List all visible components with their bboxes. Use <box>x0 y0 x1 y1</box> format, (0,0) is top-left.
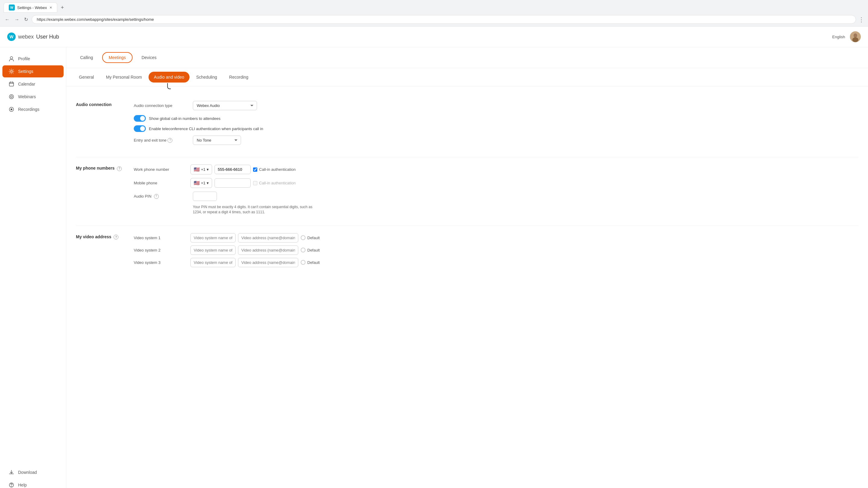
phone-numbers-title: My phone numbers ? <box>76 164 124 218</box>
sidebar-label-calendar: Calendar <box>18 82 35 87</box>
forward-button[interactable]: → <box>13 16 21 24</box>
audio-connection-type-row: Audio connection type Webex Audio Other … <box>134 101 858 110</box>
audio-connection-section: Audio connection Audio connection type W… <box>76 94 858 157</box>
radio-dot-2 <box>301 248 306 252</box>
audio-connection-title: Audio connection <box>76 101 124 150</box>
tab-close-button[interactable]: ✕ <box>50 6 52 10</box>
work-phone-row: Work phone number 🇺🇸 +1 ▾ Call-in authen… <box>134 164 858 175</box>
mobile-phone-input[interactable] <box>215 178 251 188</box>
video-system-2-name[interactable] <box>190 245 236 255</box>
sidebar-item-recordings[interactable]: Recordings <box>2 103 64 115</box>
reload-button[interactable]: ↻ <box>23 16 29 24</box>
work-country-flag: 🇺🇸 <box>194 166 200 172</box>
sub-tab-audio-video[interactable]: Audio and video <box>149 72 189 83</box>
favicon: W <box>9 4 15 10</box>
svg-point-5 <box>10 57 13 59</box>
video-system-3-address[interactable] <box>238 258 298 267</box>
radio-dot-1 <box>301 235 306 240</box>
mobile-phone-label: Mobile phone <box>134 181 188 185</box>
sidebar-item-help[interactable]: Help <box>2 479 64 488</box>
audio-connection-type-select[interactable]: Webex Audio Other teleconference service… <box>193 101 257 110</box>
tone-info-icon: ? <box>167 138 172 143</box>
entry-exit-tone-label: Entry and exit tone ? <box>134 138 188 143</box>
video-system-2-label: Video system 2 <box>134 248 188 252</box>
video-system-1-row: Video system 1 Default <box>134 233 858 243</box>
sidebar-label-help: Help <box>18 483 27 487</box>
toggle-global-callins-row: Show global call-in numbers to attendees <box>134 115 858 122</box>
tab-bar: W Settings - Webex ✕ + <box>4 2 864 13</box>
video-system-2-row: Video system 2 Default <box>134 245 858 255</box>
tab-calling[interactable]: Calling <box>73 52 100 63</box>
audio-pin-input[interactable] <box>193 191 217 201</box>
avatar[interactable] <box>850 31 861 42</box>
toggle-global-callins[interactable] <box>134 115 146 122</box>
work-phone-input[interactable] <box>215 165 251 174</box>
video-system-2-address[interactable] <box>238 245 298 255</box>
svg-point-6 <box>10 70 12 72</box>
sidebar-item-settings[interactable]: Settings <box>2 65 64 78</box>
address-bar: ← → ↻ ⋮ <box>4 15 864 24</box>
video-system-1-name[interactable] <box>190 233 236 243</box>
video-system-3-default[interactable]: Default <box>301 260 320 265</box>
toggle-global-callins-slider <box>134 115 146 122</box>
toggle-cli-auth[interactable] <box>134 125 146 132</box>
work-auth-checkbox-label[interactable]: Call-in authentication <box>253 167 296 172</box>
pin-hint-wrapper: Your PIN must be exactly 4 digits. It ca… <box>193 203 313 215</box>
mobile-auth-checkbox <box>253 181 257 185</box>
entry-exit-tone-row: Entry and exit tone ? No Tone Beep Annou… <box>134 135 858 145</box>
webinars-icon <box>8 94 14 100</box>
video-system-1-default[interactable]: Default <box>301 235 320 240</box>
avatar-image <box>850 31 861 42</box>
svg-point-3 <box>854 33 857 38</box>
tab-devices[interactable]: Devices <box>135 52 163 63</box>
logo-sub: User Hub <box>36 34 59 40</box>
video-address-body: Video system 1 Default Video system 2 <box>134 233 858 270</box>
sub-tab-scheduling[interactable]: Scheduling <box>191 72 222 83</box>
audio-pin-input-row: Audio PIN ? <box>134 191 217 201</box>
sidebar-label-download: Download <box>18 470 37 475</box>
svg-point-8 <box>9 95 13 99</box>
audio-pin-row: Audio PIN ? Your PIN must be exactly 4 d… <box>134 191 858 215</box>
work-auth-checkbox[interactable] <box>253 167 257 172</box>
sidebar-item-profile[interactable]: Profile <box>2 53 64 65</box>
active-tab[interactable]: W Settings - Webex ✕ <box>4 2 57 13</box>
sidebar-item-webinars[interactable]: Webinars <box>2 91 64 103</box>
browser-chrome: W Settings - Webex ✕ + ← → ↻ ⋮ <box>0 0 868 27</box>
sidebar-item-calendar[interactable]: Calendar <box>2 78 64 90</box>
sidebar-item-download[interactable]: Download <box>2 466 64 478</box>
logo: W webex User Hub <box>7 33 59 41</box>
sidebar-full: Profile Settings Calendar <box>0 52 66 488</box>
main-layout: Profile Settings Calendar <box>0 47 868 488</box>
back-button[interactable]: ← <box>4 16 11 24</box>
svg-point-11 <box>10 109 12 110</box>
sub-tab-personal-room[interactable]: My Personal Room <box>101 72 147 83</box>
svg-point-9 <box>10 96 12 98</box>
sub-tab-general[interactable]: General <box>73 72 99 83</box>
phone-numbers-body: Work phone number 🇺🇸 +1 ▾ Call-in authen… <box>134 164 858 218</box>
calendar-icon <box>8 81 14 87</box>
top-tabs: Calling Meetings Devices <box>66 47 868 68</box>
mobile-country-select[interactable]: 🇺🇸 +1 ▾ <box>190 178 212 188</box>
gear-icon <box>8 68 14 74</box>
video-system-2-default[interactable]: Default <box>301 248 320 252</box>
content-area: Calling Meetings Devices General My Pers… <box>66 47 868 488</box>
new-tab-button[interactable]: + <box>58 3 67 12</box>
video-system-3-label: Video system 3 <box>134 260 188 265</box>
browser-more-button[interactable]: ⋮ <box>858 16 864 23</box>
mobile-country-flag: 🇺🇸 <box>194 180 200 186</box>
phone-numbers-info-icon: ? <box>117 166 122 171</box>
mobile-auth-checkbox-label: Call-in authentication <box>253 181 296 185</box>
sidebar-label-webinars: Webinars <box>18 94 36 99</box>
video-system-3-name[interactable] <box>190 258 236 267</box>
video-address-section: My video address ? Video system 1 <box>76 226 858 277</box>
tab-meetings[interactable]: Meetings <box>102 52 132 63</box>
url-bar[interactable] <box>32 15 856 24</box>
video-system-1-address[interactable] <box>238 233 298 243</box>
sub-tab-recording[interactable]: Recording <box>224 72 254 83</box>
language-selector[interactable]: English <box>832 35 845 39</box>
work-country-select[interactable]: 🇺🇸 +1 ▾ <box>190 164 212 175</box>
settings-content: Audio connection Audio connection type W… <box>66 87 868 285</box>
logo-text: webex <box>18 34 34 40</box>
entry-exit-tone-select[interactable]: No Tone Beep Announce Name <box>193 135 241 145</box>
sidebar-main: Profile Settings Calendar <box>0 52 66 463</box>
